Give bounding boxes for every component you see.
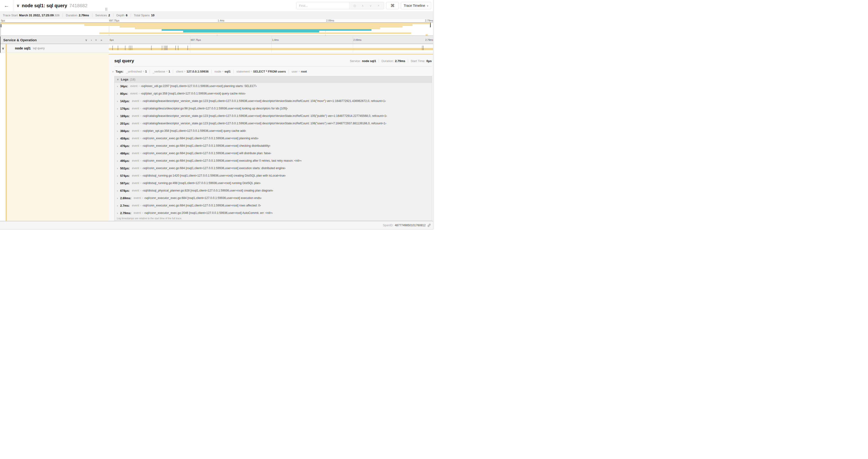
scrollbar-track[interactable]: [433, 0, 434, 230]
collapse-one-icon[interactable]: ∨: [85, 38, 88, 42]
log-entry-row[interactable]: › 34μs: event = ‹sql/exec_util.go:2297 […: [115, 82, 432, 90]
timeline-tick-labels: 0μs697.75μs1.4ms2.09ms2.79ms: [109, 36, 434, 44]
log-expand-chevron-icon[interactable]: ›: [117, 144, 120, 147]
minimap-canvas[interactable]: [0, 22, 434, 36]
log-expand-chevron-icon[interactable]: ›: [117, 122, 120, 125]
log-expand-chevron-icon[interactable]: ›: [117, 152, 120, 155]
log-entry-row[interactable]: › 142μs: event = ‹sql/catalog/lease/desc…: [115, 97, 432, 105]
log-entry-row[interactable]: › 201μs: event = ‹sql/catalog/lease/desc…: [115, 120, 432, 127]
log-entry-row[interactable]: › 2.7ms: event = ‹sql/conn_executor_exec…: [115, 202, 432, 209]
log-expand-chevron-icon[interactable]: ›: [117, 137, 120, 140]
log-expand-chevron-icon[interactable]: ›: [117, 211, 120, 215]
find-input[interactable]: [297, 2, 349, 9]
expanded-span-backdrop: [7, 53, 109, 222]
minimap-span-strip: [162, 29, 371, 31]
span-row-name-cell[interactable]: ∨ node sql1 sql query: [0, 44, 109, 53]
log-entry-row[interactable]: › 476μs: event = ‹sql/conn_executor_exec…: [115, 142, 432, 150]
trace-view-selector[interactable]: Trace Timeline ∨: [401, 2, 431, 9]
span-duration-bar[interactable]: [109, 48, 434, 50]
span-id-footer: SpanID: 4877749850101760812: [0, 221, 434, 230]
tag-item: user = root: [289, 70, 307, 73]
log-entry-row[interactable]: › 366μs: event = ‹sql/plan_opt.go:358 [n…: [115, 127, 432, 135]
minimap-tick-label: 2.09ms: [326, 19, 334, 22]
keyboard-shortcuts-button[interactable]: ⌘: [386, 2, 399, 9]
log-tick-marker: [178, 46, 178, 50]
log-entry-row[interactable]: › 2.69ms: event = ‹sql/conn_executor_exe…: [115, 194, 432, 202]
command-icon: ⌘: [391, 3, 395, 8]
logs-title: Logs: [121, 78, 128, 81]
log-expand-chevron-icon[interactable]: ›: [117, 107, 120, 110]
log-entry-row[interactable]: › 495μs: event = ‹sql/conn_executor_exec…: [115, 157, 432, 164]
log-entry-row[interactable]: › 2.79ms: event = ‹sql/conn_executor_exe…: [115, 209, 432, 217]
timeline-gridline: [190, 36, 190, 44]
top-controls: ◎ ∧ ∨ × ⌘ Trace Timeline ∨: [296, 2, 434, 9]
span-detail-panel: sql query Service: node sql1 Duration: 2…: [109, 53, 434, 222]
next-result-icon[interactable]: ∨: [367, 4, 374, 7]
log-entry-row[interactable]: › 574μs: event = ‹sql/distsql_running.go…: [115, 172, 432, 179]
span-row: ∨ node sql1 sql query: [0, 44, 434, 53]
deep-link-icon[interactable]: [428, 224, 431, 227]
minimap-span-strip: [426, 34, 428, 36]
timeline-tick-label: 1.4ms: [272, 38, 279, 41]
log-entry-row[interactable]: › 502μs: event = ‹sql/conn_executor_exec…: [115, 164, 432, 172]
expand-all-icon[interactable]: »: [100, 38, 102, 42]
tag-item: _unfinished = 1: [126, 70, 147, 73]
span-collapse-chevron-icon[interactable]: ∨: [0, 47, 6, 50]
span-meta-item: Duration: 2.79ms: [379, 59, 405, 63]
timeline-tick-label: 697.75μs: [191, 38, 201, 41]
log-expand-chevron-icon[interactable]: ›: [117, 189, 120, 192]
logs-collapse-chevron-icon[interactable]: ∨: [117, 78, 119, 81]
trace-stat: Trace Start March 31 2022, 17:25:09 .326: [3, 13, 60, 17]
clear-search-icon[interactable]: ×: [374, 4, 382, 7]
span-row-timeline[interactable]: [109, 44, 434, 53]
log-expand-chevron-icon[interactable]: ›: [117, 174, 120, 177]
chevron-down-icon: ∨: [427, 4, 428, 7]
log-entry-row[interactable]: › 678μs: event = ‹sql/distsql_physical_p…: [115, 187, 432, 194]
span-meta-item: Service: node sql1: [350, 59, 376, 63]
locate-span-icon[interactable]: ◎: [351, 4, 359, 7]
logs-box: ∨ Logs (18) › 34μs: event = ‹sql/exec_ut…: [114, 76, 432, 221]
log-expand-chevron-icon[interactable]: ›: [117, 114, 120, 118]
find-group: ◎ ∧ ∨ ×: [296, 2, 384, 9]
span-operation-name: sql query: [33, 47, 45, 50]
log-entry-row[interactable]: › 176μs: event = ‹sql/catalog/descs/desc…: [115, 105, 432, 112]
timeline-tick-label: 0μs: [110, 38, 114, 41]
column-resizer-grip[interactable]: [105, 8, 107, 11]
log-expand-chevron-icon[interactable]: ›: [117, 196, 120, 200]
service-operation-header: Service & Operation ∨ › » »: [0, 36, 109, 44]
trace-title: node sql1: sql query: [22, 3, 67, 8]
span-detail-title: sql query: [114, 58, 134, 63]
log-entry-row[interactable]: › 486μs: event = ‹sql/conn_executor_exec…: [115, 150, 432, 157]
tags-expand-chevron-icon[interactable]: ›: [113, 70, 114, 73]
trace-stat: Services 2: [92, 13, 110, 17]
logs-header[interactable]: ∨ Logs (18): [115, 76, 432, 83]
log-entry-row[interactable]: › 80μs: event = ‹sql/plan_opt.go:358 [ns…: [115, 90, 432, 97]
log-expand-chevron-icon[interactable]: ›: [117, 92, 120, 95]
log-expand-chevron-icon[interactable]: ›: [117, 167, 120, 170]
log-expand-chevron-icon[interactable]: ›: [117, 99, 120, 103]
log-expand-chevron-icon[interactable]: ›: [117, 85, 120, 88]
minimap-tick-label: 697.75μs: [109, 19, 119, 22]
log-expand-chevron-icon[interactable]: ›: [117, 204, 120, 207]
log-tick-marker: [129, 46, 129, 50]
service-operation-title: Service & Operation: [3, 38, 37, 42]
tag-item: client = 127.0.0.1:59936: [173, 70, 209, 73]
log-entry-row[interactable]: › 597μs: event = ‹sql/distsql_running.go…: [115, 179, 432, 187]
collapse-all-icon[interactable]: »: [94, 39, 98, 41]
log-expand-chevron-icon[interactable]: ›: [117, 129, 120, 133]
span-id-label: SpanID:: [383, 224, 394, 227]
minimap-tick-label: 0μs: [1, 19, 5, 22]
log-entry-row[interactable]: › 189μs: event = ‹sql/catalog/lease/desc…: [115, 112, 432, 120]
minimap-tick-label: 1.4ms: [218, 19, 224, 22]
minimap-span-strip: [84, 24, 412, 26]
trace-collapse-chevron-icon[interactable]: ∨: [17, 3, 19, 8]
log-expand-chevron-icon[interactable]: ›: [117, 182, 120, 185]
tag-item: node = sql1: [211, 70, 230, 73]
log-entry-row[interactable]: › 459μs: event = ‹sql/conn_executor_exec…: [115, 135, 432, 142]
expand-one-icon[interactable]: ›: [91, 38, 92, 42]
minimap-span-strip: [99, 32, 411, 34]
log-expand-chevron-icon[interactable]: ›: [117, 159, 120, 163]
tags-row[interactable]: › Tags: _unfinished = 1 _verbose = 1 cli…: [113, 68, 432, 75]
back-button[interactable]: ←: [0, 0, 13, 11]
prev-result-icon[interactable]: ∧: [359, 4, 367, 7]
